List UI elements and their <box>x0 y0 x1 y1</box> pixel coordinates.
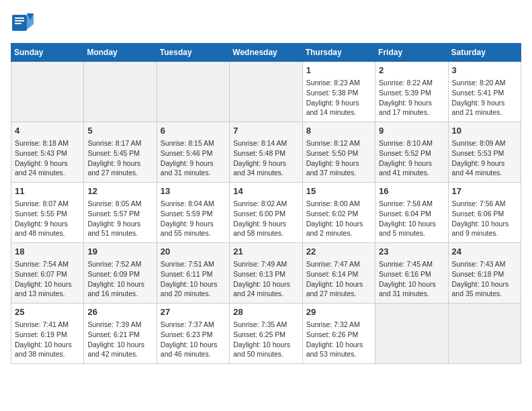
cell-info-line: and 24 minutes. <box>233 289 298 299</box>
page-header <box>11 11 521 35</box>
cell-info-line: and 50 minutes. <box>233 349 298 359</box>
calendar-cell: 15Sunrise: 8:00 AMSunset: 6:02 PMDayligh… <box>302 183 375 243</box>
cell-info-line: and 58 minutes. <box>233 228 298 238</box>
cell-info-line: Sunset: 6:19 PM <box>15 330 80 340</box>
cell-info-line: Sunrise: 8:22 AM <box>379 78 444 88</box>
cell-info-line: Sunset: 6:26 PM <box>306 330 371 340</box>
calendar-cell: 24Sunrise: 7:43 AMSunset: 6:18 PMDayligh… <box>448 243 521 304</box>
cell-info-line: Sunrise: 7:45 AM <box>379 259 444 269</box>
cell-info-line: Sunset: 6:14 PM <box>306 269 371 279</box>
cell-info-line: Daylight: 9 hours <box>87 219 152 229</box>
cell-info-line: Daylight: 9 hours <box>452 98 517 108</box>
cell-info-line: and 53 minutes. <box>306 349 371 359</box>
cell-info-line: Sunrise: 7:52 AM <box>87 259 152 269</box>
cell-info-line: Daylight: 9 hours <box>379 158 444 169</box>
cell-info-line: Daylight: 9 hours <box>306 98 371 108</box>
week-row-2: 4Sunrise: 8:18 AMSunset: 5:43 PMDaylight… <box>11 122 521 183</box>
calendar-cell: 29Sunrise: 7:32 AMSunset: 6:26 PMDayligh… <box>302 304 375 364</box>
day-number: 11 <box>15 185 80 197</box>
calendar-cell: 16Sunrise: 7:58 AMSunset: 6:04 PMDayligh… <box>375 183 448 243</box>
cell-info-line: and 27 minutes. <box>306 289 371 299</box>
cell-info-line: Sunrise: 8:15 AM <box>161 138 226 148</box>
cell-info-line: Daylight: 9 hours <box>306 158 371 169</box>
calendar-cell: 3Sunrise: 8:20 AMSunset: 5:41 PMDaylight… <box>448 62 521 122</box>
day-number: 16 <box>379 185 444 197</box>
calendar-cell: 1Sunrise: 8:23 AMSunset: 5:38 PMDaylight… <box>302 62 375 122</box>
cell-info-line: Sunset: 6:11 PM <box>161 269 226 279</box>
calendar-cell: 9Sunrise: 8:10 AMSunset: 5:52 PMDaylight… <box>375 122 448 183</box>
cell-info-line: and 2 minutes. <box>306 228 371 238</box>
day-number: 17 <box>452 185 517 197</box>
cell-info-line: and 20 minutes. <box>161 289 226 299</box>
cell-info-line: and 46 minutes. <box>161 349 226 359</box>
calendar-cell: 25Sunrise: 7:41 AMSunset: 6:19 PMDayligh… <box>11 304 84 364</box>
cell-info-line: and 17 minutes. <box>379 107 444 118</box>
calendar-cell: 13Sunrise: 8:04 AMSunset: 5:59 PMDayligh… <box>157 183 229 243</box>
day-number: 27 <box>161 306 226 318</box>
cell-info-line: Sunrise: 7:49 AM <box>233 259 298 269</box>
cell-info-line: Daylight: 10 hours <box>306 279 371 289</box>
day-number: 2 <box>379 64 444 77</box>
day-number: 23 <box>379 246 444 258</box>
cell-info-line: Daylight: 9 hours <box>161 219 226 229</box>
cell-info-line: Sunrise: 7:47 AM <box>306 259 371 269</box>
cell-info-line: and 31 minutes. <box>161 168 226 178</box>
cell-info-line: Sunrise: 8:14 AM <box>233 138 298 148</box>
calendar-cell: 14Sunrise: 8:02 AMSunset: 6:00 PMDayligh… <box>230 183 302 243</box>
cell-info-line: Daylight: 10 hours <box>161 340 226 350</box>
cell-info-line: and 38 minutes. <box>15 349 80 359</box>
days-header-row: SundayMondayTuesdayWednesdayThursdayFrid… <box>11 44 521 62</box>
day-number: 4 <box>15 125 80 137</box>
day-header-thursday: Thursday <box>302 44 375 62</box>
cell-info-line: and 34 minutes. <box>233 168 298 178</box>
cell-info-line: Sunrise: 7:56 AM <box>452 199 517 209</box>
cell-info-line: Sunrise: 8:04 AM <box>161 199 226 209</box>
day-number: 20 <box>161 246 226 258</box>
cell-info-line: Sunrise: 8:07 AM <box>15 199 80 209</box>
cell-info-line: and 31 minutes. <box>379 289 444 299</box>
day-header-sunday: Sunday <box>11 44 84 62</box>
week-row-4: 18Sunrise: 7:54 AMSunset: 6:07 PMDayligh… <box>11 243 521 304</box>
cell-info-line: Sunset: 5:46 PM <box>161 148 226 158</box>
cell-info-line: Daylight: 9 hours <box>452 158 517 169</box>
calendar-cell <box>230 62 302 122</box>
cell-info-line: Daylight: 10 hours <box>306 340 371 350</box>
day-number: 1 <box>306 64 371 77</box>
cell-info-line: Sunset: 5:43 PM <box>15 148 80 158</box>
cell-info-line: Sunrise: 7:54 AM <box>15 259 80 269</box>
day-number: 25 <box>15 306 80 318</box>
cell-info-line: Daylight: 9 hours <box>379 98 444 108</box>
cell-info-line: Sunset: 5:41 PM <box>452 88 517 98</box>
week-row-3: 11Sunrise: 8:07 AMSunset: 5:55 PMDayligh… <box>11 183 521 243</box>
cell-info-line: Sunset: 6:09 PM <box>87 269 152 279</box>
cell-info-line: Sunset: 6:21 PM <box>87 330 152 340</box>
cell-info-line: Sunrise: 8:17 AM <box>87 138 152 148</box>
cell-info-line: Daylight: 10 hours <box>452 279 517 289</box>
calendar-cell: 20Sunrise: 7:51 AMSunset: 6:11 PMDayligh… <box>157 243 229 304</box>
calendar-cell: 8Sunrise: 8:12 AMSunset: 5:50 PMDaylight… <box>302 122 375 183</box>
day-number: 22 <box>306 246 371 258</box>
day-number: 7 <box>233 125 298 137</box>
cell-info-line: Sunset: 5:45 PM <box>87 148 152 158</box>
logo <box>11 11 38 35</box>
calendar-cell: 27Sunrise: 7:37 AMSunset: 6:23 PMDayligh… <box>157 304 229 364</box>
cell-info-line: Sunrise: 8:23 AM <box>306 78 371 88</box>
calendar-cell: 28Sunrise: 7:35 AMSunset: 6:25 PMDayligh… <box>230 304 302 364</box>
day-number: 3 <box>452 64 517 77</box>
svg-rect-2 <box>15 20 24 21</box>
week-row-5: 25Sunrise: 7:41 AMSunset: 6:19 PMDayligh… <box>11 304 521 364</box>
cell-info-line: Sunset: 5:53 PM <box>452 148 517 158</box>
cell-info-line: Sunrise: 8:18 AM <box>15 138 80 148</box>
day-header-monday: Monday <box>84 44 157 62</box>
cell-info-line: Sunset: 6:23 PM <box>161 330 226 340</box>
calendar-cell: 17Sunrise: 7:56 AMSunset: 6:06 PMDayligh… <box>448 183 521 243</box>
cell-info-line: Sunset: 5:48 PM <box>233 148 298 158</box>
cell-info-line: and 51 minutes. <box>87 228 152 238</box>
cell-info-line: and 44 minutes. <box>452 168 517 178</box>
calendar-cell <box>157 62 229 122</box>
cell-info-line: Sunrise: 8:09 AM <box>452 138 517 148</box>
cell-info-line: Sunrise: 7:58 AM <box>379 199 444 209</box>
cell-info-line: and 27 minutes. <box>87 168 152 178</box>
calendar-cell: 7Sunrise: 8:14 AMSunset: 5:48 PMDaylight… <box>230 122 302 183</box>
calendar-cell: 12Sunrise: 8:05 AMSunset: 5:57 PMDayligh… <box>84 183 157 243</box>
